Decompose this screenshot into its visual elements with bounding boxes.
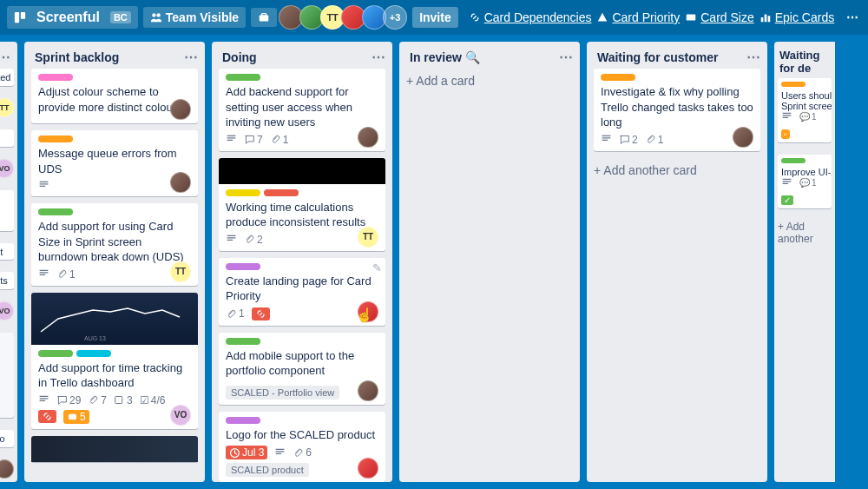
powerup-card-priority[interactable]: Card Priority xyxy=(596,10,680,24)
attachment-badge: 1 xyxy=(645,134,664,146)
description-icon xyxy=(38,180,49,191)
label-yellow xyxy=(226,189,260,196)
avatar-overflow[interactable]: +3 xyxy=(383,5,407,30)
card[interactable]: Add mobile support to the portfolio comp… xyxy=(219,333,385,405)
board-canvas[interactable]: ⋯ ·ated TT VO unt ents VO y to Sprint ba… xyxy=(0,35,868,489)
card[interactable] xyxy=(31,436,198,462)
svg-rect-1 xyxy=(21,12,25,19)
list-menu-icon[interactable]: ⋯ xyxy=(559,49,573,65)
invite-button[interactable]: Invite xyxy=(412,7,458,28)
attachment-badge: 2 xyxy=(244,234,263,246)
comments-badge: 💬1 xyxy=(799,112,817,122)
list-title[interactable]: In review 🔍 xyxy=(410,50,480,64)
member-avatars[interactable]: TT +3 xyxy=(282,5,407,30)
card-fragment[interactable]: ents xyxy=(0,272,14,289)
card-fragment[interactable] xyxy=(0,190,14,231)
board-header: Screenful BC Team Visible TT +3 Invite C… xyxy=(0,0,868,35)
powerup-card-size[interactable]: Card Size xyxy=(685,10,753,24)
list-menu-icon[interactable]: ⋯ xyxy=(746,49,760,65)
due-date-badge: Jul 3 xyxy=(226,446,267,459)
svg-point-2 xyxy=(152,13,155,17)
tasks-badge: ☑ 4/6 xyxy=(140,394,166,406)
card-fragment[interactable]: Improve UI-AP 💬1 ✓ xyxy=(778,155,832,208)
board-switcher[interactable]: Screenful BC xyxy=(7,6,138,29)
card[interactable]: Add support for using Card Size in Sprin… xyxy=(31,203,198,286)
card-title: Adjust colour scheme to provide more dis… xyxy=(38,84,191,115)
powerup-card-dependencies[interactable]: Card Dependencies xyxy=(469,10,592,24)
card-title: Add backend support for setting user acc… xyxy=(226,84,378,130)
list-partial-right: Waiting for de Users should Sprint scree… xyxy=(774,42,835,482)
avatar: TT xyxy=(358,227,378,248)
card-title: Add support for time tracking in Trello … xyxy=(38,360,191,391)
comments-badge: 7 xyxy=(244,134,263,146)
card-fragment[interactable]: y to xyxy=(0,430,14,447)
svg-rect-12 xyxy=(69,414,76,420)
checklist-badge: 3 xyxy=(114,394,133,406)
card-title: Create landing page for Card Priority xyxy=(226,274,378,304)
card-title: Investigate & fix why polling Trello cha… xyxy=(601,84,753,130)
card[interactable]: Add backend support for setting user acc… xyxy=(219,69,385,151)
attachment-badge: 1 xyxy=(56,268,76,281)
description-icon xyxy=(781,111,792,122)
list-sprint-backlog: Sprint backlog ⋯ Adjust colour scheme to… xyxy=(24,42,205,482)
label-green xyxy=(38,350,73,357)
description-icon xyxy=(38,268,49,280)
team-icon xyxy=(150,11,162,23)
visibility-button[interactable]: Team Visible xyxy=(143,7,246,28)
card-cover xyxy=(31,436,198,462)
list-title[interactable]: Waiting for de xyxy=(779,49,832,75)
svg-point-3 xyxy=(156,13,160,17)
powerup-epic-cards[interactable]: Epic Cards xyxy=(760,10,834,24)
description-icon xyxy=(601,134,612,145)
card-fragment[interactable]: unt xyxy=(0,243,14,261)
boards-icon xyxy=(14,11,26,23)
card[interactable]: Adjust colour scheme to provide more dis… xyxy=(31,69,198,123)
card-title: Add mobile support to the portfolio comp… xyxy=(226,348,378,379)
trello-tag: SCALED product xyxy=(226,463,309,477)
trello-tag: SCALED - Portfolio view xyxy=(226,386,339,400)
comments-badge: 💬1 xyxy=(799,178,817,188)
svg-rect-5 xyxy=(262,14,266,17)
card-fragment[interactable]: ·ated xyxy=(0,69,14,86)
label-orange xyxy=(38,135,73,142)
svg-rect-11 xyxy=(115,397,122,404)
list-title[interactable]: Sprint backlog xyxy=(35,50,119,64)
card[interactable]: Working time calculations produce incons… xyxy=(219,158,385,251)
briefcase-icon xyxy=(258,11,270,23)
sticker-badge: ▫ xyxy=(781,129,790,139)
avatar: TT xyxy=(170,261,191,282)
label-green xyxy=(226,338,260,345)
list-menu-icon[interactable]: ⋯ xyxy=(0,49,10,65)
label-orange xyxy=(601,74,635,81)
comments-badge: 2 xyxy=(619,134,638,146)
board-name: Screenful xyxy=(30,10,107,25)
card-fragment[interactable]: Users should Sprint screen 💬1 ▫ xyxy=(778,78,832,142)
card-title: Logo for the SCALED product xyxy=(226,427,378,443)
card-fragment[interactable] xyxy=(0,129,14,147)
label-purple xyxy=(226,263,260,270)
card[interactable]: AUG 13 Add support for time tracking in … xyxy=(31,293,198,429)
list-menu-icon[interactable]: ⋯ xyxy=(372,49,385,65)
card-fragment[interactable] xyxy=(0,333,14,418)
add-card-button[interactable]: Add a card xyxy=(399,69,580,93)
list-title[interactable]: Waiting for customer xyxy=(597,50,719,64)
list-title[interactable]: Doing xyxy=(222,50,257,64)
powerup-button[interactable] xyxy=(251,8,277,27)
list-in-review: In review 🔍 ⋯ Add a card xyxy=(399,42,580,482)
list-menu-icon[interactable]: ⋯ xyxy=(184,49,198,65)
card[interactable]: Investigate & fix why polling Trello cha… xyxy=(594,69,760,151)
description-icon xyxy=(226,134,237,145)
card[interactable]: Logo for the SCALED product Jul 3 6 SCAL… xyxy=(219,412,385,482)
add-card-button[interactable]: Add another xyxy=(774,217,835,248)
svg-rect-8 xyxy=(764,15,766,23)
card[interactable]: ✎ Create landing page for Card Priority … xyxy=(219,258,385,326)
label-sky xyxy=(76,350,111,357)
edit-icon[interactable]: ✎ xyxy=(372,261,382,274)
add-card-button[interactable]: Add another card xyxy=(587,158,767,182)
attachment-badge: 1 xyxy=(270,134,289,146)
card[interactable]: Message queue errors from UDS xyxy=(31,130,198,196)
description-icon xyxy=(781,177,792,188)
avatar xyxy=(358,380,378,401)
comments-badge: 29 xyxy=(56,394,81,406)
more-menu[interactable]: ⋯ xyxy=(839,7,865,28)
